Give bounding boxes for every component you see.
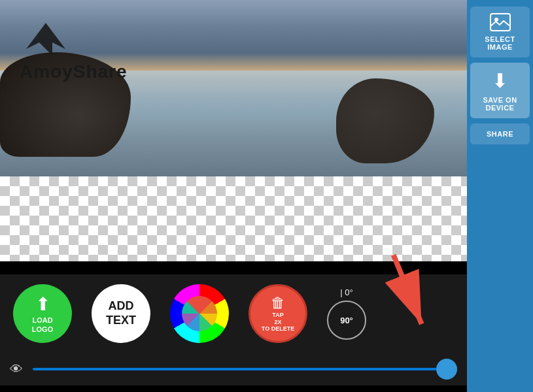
select-image-label: SELECT IMAGE (485, 35, 515, 51)
share-button[interactable]: SHARE (470, 123, 530, 144)
opacity-slider-thumb[interactable] (436, 359, 457, 380)
svg-rect-3 (490, 14, 510, 31)
logo-overlay: AmoyShare (20, 20, 128, 82)
download-icon: ⬇ (492, 69, 508, 92)
upload-icon: ⬆ (35, 293, 50, 315)
color-picker-inner (182, 296, 217, 331)
main-canvas: AmoyShare ⬆ LOAD LOGO ADD TEXT 🗑 (0, 0, 467, 392)
add-text-label: ADD TEXT (106, 299, 136, 327)
transparent-area (0, 176, 467, 261)
rotate-controls[interactable]: | 0° 90° (327, 287, 366, 340)
rotate-90-label: 90° (340, 316, 353, 325)
select-image-button[interactable]: SELECT IMAGE (470, 7, 530, 57)
right-panel: SELECT IMAGE ⬇ SAVE ON DEVICE SHARE (467, 0, 533, 392)
amoyshare-logo-icon (20, 20, 72, 59)
delete-tap-label: TAP 2X TO DELETE (262, 312, 294, 333)
select-image-icon (490, 13, 511, 31)
trash-icon: 🗑 (271, 295, 285, 312)
opacity-bar: 👁 (0, 353, 467, 385)
amoyshare-logo-text: AmoyShare (20, 61, 128, 82)
opacity-slider-track[interactable] (33, 368, 457, 370)
rotate-90-button[interactable]: 90° (327, 301, 366, 340)
svg-marker-0 (26, 23, 65, 56)
save-device-button[interactable]: ⬇ SAVE ON DEVICE (470, 63, 530, 118)
load-logo-button[interactable]: ⬆ LOAD LOGO (13, 284, 72, 343)
delete-button[interactable]: 🗑 TAP 2X TO DELETE (249, 284, 307, 343)
load-logo-label: LOAD LOGO (32, 316, 53, 333)
add-text-button[interactable]: ADD TEXT (92, 284, 150, 343)
share-label: SHARE (487, 130, 513, 138)
svg-point-4 (494, 18, 498, 22)
image-canvas: AmoyShare (0, 0, 467, 176)
color-picker-button[interactable] (170, 284, 229, 343)
save-device-label: SAVE ON DEVICE (483, 96, 517, 112)
opacity-eye-icon[interactable]: 👁 (10, 362, 23, 377)
rotate-degree-display: | 0° (340, 287, 352, 297)
